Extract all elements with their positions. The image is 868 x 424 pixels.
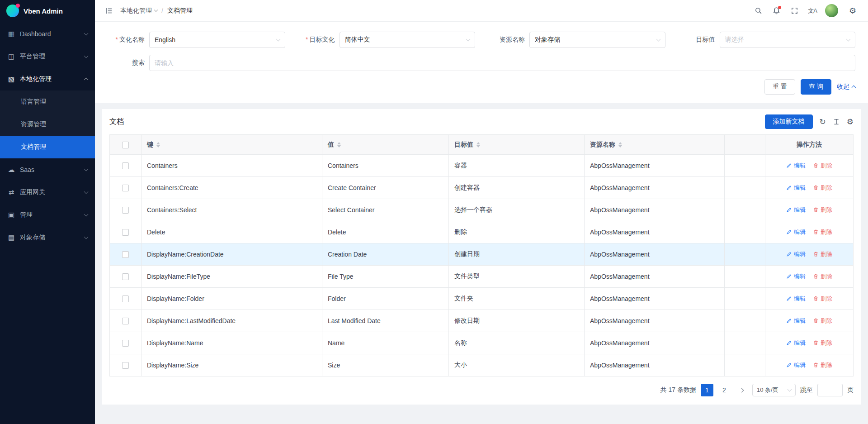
- sidebar-item-saas[interactable]: ☁ Saas: [0, 158, 95, 181]
- delete-button[interactable]: 删除: [813, 162, 832, 170]
- column-header-resource[interactable]: 资源名称: [585, 135, 725, 155]
- sort-icon[interactable]: [156, 142, 160, 148]
- delete-button[interactable]: 删除: [813, 184, 832, 192]
- translate-icon[interactable]: 文A: [803, 0, 821, 22]
- select-all-checkbox[interactable]: [122, 142, 129, 148]
- table-row[interactable]: DisplayName:LastModifiedDate Last Modifi…: [110, 310, 854, 332]
- row-checkbox[interactable]: [122, 295, 129, 302]
- edit-button[interactable]: 编辑: [786, 206, 806, 214]
- culture-name-select[interactable]: English: [149, 32, 285, 48]
- row-checkbox[interactable]: [122, 207, 129, 214]
- breadcrumb-item-localization[interactable]: 本地化管理: [120, 7, 157, 15]
- sidebar-item-platform-management[interactable]: ◫ 平台管理: [0, 45, 95, 68]
- table-row[interactable]: DisplayName:Size Size 大小 AbpOssManagemen…: [110, 354, 854, 376]
- logo[interactable]: Vben Admin: [0, 0, 95, 22]
- page-2-button[interactable]: 2: [718, 384, 731, 396]
- row-checkbox[interactable]: [122, 251, 129, 258]
- target-value-select[interactable]: 请选择: [720, 32, 856, 48]
- resource-name-select[interactable]: 对象存储: [529, 32, 665, 48]
- edit-button[interactable]: 编辑: [786, 228, 806, 236]
- edit-button[interactable]: 编辑: [786, 339, 806, 347]
- cell-value: Last Modified Date: [322, 310, 449, 332]
- cell-empty: [725, 155, 765, 177]
- delete-button[interactable]: 删除: [813, 339, 832, 347]
- target-culture-select[interactable]: 简体中文: [340, 32, 476, 48]
- delete-button[interactable]: 删除: [813, 361, 832, 369]
- delete-button[interactable]: 删除: [813, 272, 832, 281]
- sort-icon[interactable]: [337, 142, 341, 148]
- query-button[interactable]: 查 询: [801, 79, 831, 95]
- selected-value: English: [155, 36, 277, 43]
- row-checkbox[interactable]: [122, 318, 129, 324]
- table-row[interactable]: DisplayName:Name Name 名称 AbpOssManagemen…: [110, 332, 854, 354]
- table-row[interactable]: Containers:Select Select Container 选择一个容…: [110, 199, 854, 221]
- notification-badge: [778, 6, 781, 9]
- notification-bell-icon[interactable]: [767, 0, 785, 22]
- delete-button[interactable]: 删除: [813, 228, 832, 236]
- sidebar-item-app-gateway[interactable]: ⇄ 应用网关: [0, 181, 95, 204]
- column-settings-gear-icon[interactable]: ⚙: [847, 117, 854, 127]
- column-title: 操作方法: [797, 141, 822, 148]
- sidebar-item-resource-management[interactable]: 资源管理: [0, 113, 95, 136]
- avatar[interactable]: [825, 4, 838, 17]
- edit-button[interactable]: 编辑: [786, 250, 806, 258]
- delete-button[interactable]: 删除: [813, 250, 832, 258]
- chevron-down-icon: [466, 37, 471, 42]
- sidebar-item-localization-management[interactable]: ▧ 本地化管理: [0, 68, 95, 91]
- search-input[interactable]: [149, 55, 855, 71]
- edit-button[interactable]: 编辑: [786, 295, 806, 303]
- page-1-button[interactable]: 1: [701, 384, 713, 396]
- table-row-highlighted[interactable]: DisplayName:CreationDate Creation Date 创…: [110, 243, 854, 266]
- settings-gear-icon[interactable]: ⚙: [844, 0, 862, 22]
- table-row[interactable]: Containers Containers 容器 AbpOssManagemen…: [110, 155, 854, 177]
- grid-toolbar-actions: 添加新文档 ↻ ⚙: [765, 114, 854, 129]
- collapse-link[interactable]: 收起: [837, 83, 855, 91]
- refresh-icon[interactable]: ↻: [820, 117, 826, 127]
- page-size-select[interactable]: 10 条/页: [752, 384, 796, 396]
- row-checkbox[interactable]: [122, 229, 129, 236]
- sidebar-item-dashboard[interactable]: ▦ Dashboard: [0, 23, 95, 45]
- sidebar-item-management[interactable]: ▣ 管理: [0, 204, 95, 226]
- add-document-button[interactable]: 添加新文档: [765, 114, 813, 129]
- main-area: 本地化管理 / 文档管理 文A ⚙: [95, 0, 868, 424]
- row-checkbox[interactable]: [122, 162, 129, 169]
- edit-button[interactable]: 编辑: [786, 272, 806, 281]
- row-checkbox[interactable]: [122, 185, 129, 191]
- search-label: 搜索: [108, 59, 145, 67]
- row-checkbox[interactable]: [122, 273, 129, 280]
- column-header-value[interactable]: 值: [322, 135, 449, 155]
- fullscreen-icon[interactable]: [785, 0, 803, 22]
- column-header-key[interactable]: 键: [142, 135, 322, 155]
- edit-button[interactable]: 编辑: [786, 317, 806, 325]
- filter-actions: 重 置 查 询 收起: [108, 79, 855, 95]
- search-icon[interactable]: [749, 0, 767, 22]
- column-title: 值: [328, 141, 334, 149]
- delete-label: 删除: [821, 361, 832, 369]
- table-row[interactable]: DisplayName:FileType File Type 文件类型 AbpO…: [110, 266, 854, 288]
- jump-page-input[interactable]: [817, 384, 843, 396]
- menu-fold-icon[interactable]: [101, 3, 117, 19]
- sidebar-item-object-storage[interactable]: ▤ 对象存储: [0, 226, 95, 249]
- edit-button[interactable]: 编辑: [786, 361, 806, 369]
- delete-button[interactable]: 删除: [813, 206, 832, 214]
- sidebar-item-document-management[interactable]: 文档管理: [0, 136, 95, 158]
- table-row[interactable]: Containers:Create Create Container 创建容器 …: [110, 177, 854, 199]
- next-page-button[interactable]: [735, 384, 748, 396]
- edit-button[interactable]: 编辑: [786, 184, 806, 192]
- cell-target: 创建容器: [449, 177, 585, 199]
- column-header-target[interactable]: 目标值: [449, 135, 585, 155]
- row-checkbox[interactable]: [122, 340, 129, 347]
- breadcrumb: 本地化管理 / 文档管理: [120, 7, 193, 15]
- table-row[interactable]: Delete Delete 删除 AbpOssManagement 编辑删除: [110, 221, 854, 243]
- row-height-icon[interactable]: [833, 118, 840, 125]
- cell-target: 文件类型: [449, 266, 585, 288]
- sort-icon[interactable]: [476, 142, 480, 148]
- sidebar-item-language-management[interactable]: 语言管理: [0, 91, 95, 113]
- delete-button[interactable]: 删除: [813, 317, 832, 325]
- edit-button[interactable]: 编辑: [786, 162, 806, 170]
- reset-button[interactable]: 重 置: [764, 79, 795, 95]
- row-checkbox[interactable]: [122, 362, 129, 369]
- sort-icon[interactable]: [618, 142, 622, 148]
- table-row[interactable]: DisplayName:Folder Folder 文件夹 AbpOssMana…: [110, 288, 854, 310]
- delete-button[interactable]: 删除: [813, 295, 832, 303]
